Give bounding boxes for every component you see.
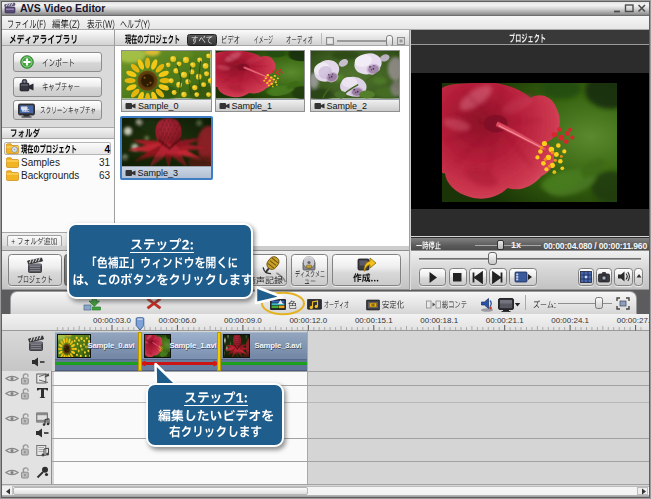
svg-text:00:00:09.0: 00:00:09.0 [224, 316, 262, 325]
svg-text:00:00:03.0: 00:00:03.0 [93, 316, 131, 325]
svg-text:00:00:21.1: 00:00:21.1 [486, 316, 524, 325]
svg-text:00:00:27.1: 00:00:27.1 [617, 316, 651, 325]
svg-text:00:00:12.0: 00:00:12.0 [289, 316, 327, 325]
svg-text:REC: REC [22, 108, 30, 112]
svg-text:00:00:15.1: 00:00:15.1 [355, 316, 393, 325]
svg-text:00:00:06.0: 00:00:06.0 [158, 316, 196, 325]
svg-text:00:00:18.1: 00:00:18.1 [420, 316, 458, 325]
svg-text:00:00:24.1: 00:00:24.1 [551, 316, 589, 325]
